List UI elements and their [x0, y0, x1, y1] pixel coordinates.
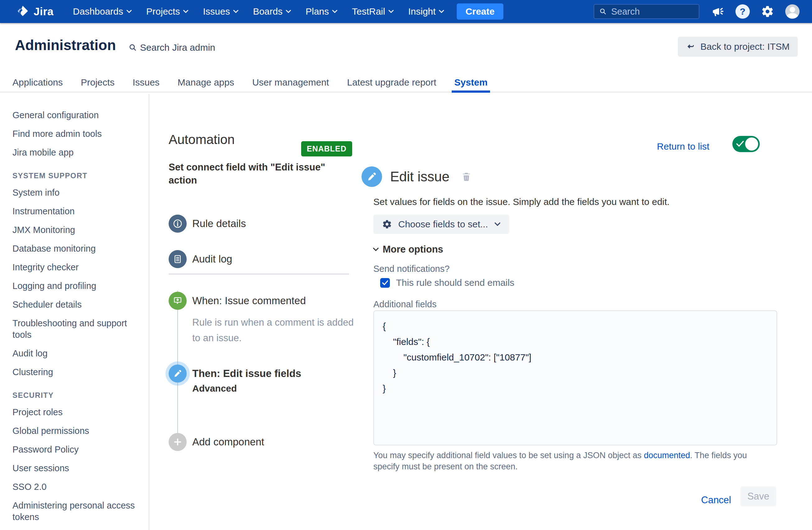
rule-enabled-toggle[interactable] [733, 136, 760, 152]
choose-fields-button[interactable]: Choose fields to set... [373, 215, 509, 234]
chevron-down-icon [183, 10, 189, 13]
chevron-down-icon [373, 247, 379, 252]
sidebar-item-project-roles[interactable]: Project roles [12, 407, 143, 418]
page-title: Administration [15, 37, 116, 54]
checkbox-checked-icon[interactable] [380, 278, 390, 288]
user-avatar[interactable] [785, 4, 800, 19]
automation-main: Automation ENABLED Return to list Set co… [150, 94, 812, 530]
sidebar-section-security: SECURITY [12, 391, 143, 400]
audit-log-item[interactable]: Audit log [169, 250, 232, 268]
sidebar-item-database-monitoring[interactable]: Database monitoring [12, 243, 143, 254]
pencil-icon [362, 166, 382, 187]
create-button[interactable]: Create [457, 3, 503, 19]
tab-projects[interactable]: Projects [80, 75, 115, 91]
then-subtitle: Advanced [192, 383, 237, 394]
chevron-down-icon [332, 10, 337, 13]
chevron-down-icon [233, 10, 238, 13]
tab-manage-apps[interactable]: Manage apps [177, 75, 235, 91]
chevron-down-icon [388, 10, 394, 13]
system-sidebar: General configuration Find more admin to… [0, 94, 149, 530]
sidebar-item-jira-mobile-app[interactable]: Jira mobile app [12, 147, 143, 158]
more-options-toggle[interactable]: More options [373, 244, 443, 255]
chevron-down-icon [494, 222, 501, 226]
jira-logo-icon [16, 4, 29, 19]
documented-link[interactable]: documented [644, 451, 690, 460]
tab-user-management[interactable]: User management [252, 75, 330, 91]
trash-icon[interactable] [461, 171, 472, 182]
plus-icon [169, 433, 187, 451]
info-icon [169, 215, 187, 233]
gear-icon [382, 219, 392, 229]
audit-log-icon [169, 250, 187, 268]
sidebar-item-logging-and-profiling[interactable]: Logging and profiling [12, 280, 143, 292]
save-button[interactable]: Save [740, 486, 776, 506]
tab-applications[interactable]: Applications [12, 75, 63, 91]
rail-divider [169, 274, 349, 274]
automation-title: Automation [169, 132, 235, 147]
sidebar-item-instrumentation[interactable]: Instrumentation [12, 206, 143, 217]
admin-search[interactable]: Search Jira admin [129, 42, 215, 53]
sidebar-item-sso[interactable]: SSO 2.0 [12, 481, 143, 493]
sidebar-item-password-policy[interactable]: Password Policy [12, 444, 143, 455]
search-icon [599, 7, 607, 16]
back-to-project-button[interactable]: Back to project: ITSM [678, 37, 798, 57]
sidebar-section-system-support: SYSTEM SUPPORT [12, 171, 143, 180]
nav-item-testrail[interactable]: TestRail [352, 6, 394, 17]
jira-logo[interactable]: Jira [16, 4, 54, 19]
check-icon [736, 140, 744, 147]
sidebar-item-jmx-monitoring[interactable]: JMX Monitoring [12, 224, 143, 236]
sidebar-item-find-more-admin-tools[interactable]: Find more admin tools [12, 128, 143, 139]
sidebar-item-personal-access-tokens[interactable]: Administering personal access tokens [12, 500, 143, 523]
sidebar-item-audit-log[interactable]: Audit log [12, 348, 143, 359]
search-input[interactable] [611, 6, 694, 17]
nav-item-issues[interactable]: Issues [203, 6, 238, 17]
nav-item-insight[interactable]: Insight [408, 6, 444, 17]
return-to-list-link[interactable]: Return to list [657, 141, 709, 152]
sidebar-item-system-info[interactable]: System info [12, 187, 143, 198]
gear-icon[interactable] [761, 5, 774, 18]
nav-item-dashboards[interactable]: Dashboards [73, 6, 132, 17]
cancel-button[interactable]: Cancel [701, 495, 731, 506]
sidebar-item-user-sessions[interactable]: User sessions [12, 462, 143, 474]
additional-fields-textarea[interactable]: { "fields": { "customfield_10702": ["108… [373, 310, 777, 445]
admin-header: Administration Search Jira admin Back to… [0, 23, 812, 75]
sidebar-item-global-permissions[interactable]: Global permissions [12, 425, 143, 437]
topnav-right: ? [594, 4, 800, 19]
chevron-down-icon [439, 10, 444, 13]
additional-fields-label: Additional fields [373, 299, 436, 309]
tab-system[interactable]: System [454, 75, 488, 91]
admin-tabs: Applications Projects Issues Manage apps… [0, 75, 812, 93]
sidebar-item-clustering[interactable]: Clustering [12, 366, 143, 378]
nav-item-boards[interactable]: Boards [253, 6, 291, 17]
when-description: Rule is run when a comment is added to a… [192, 315, 354, 346]
when-component[interactable]: When: Issue commented [169, 292, 306, 310]
status-badge: ENABLED [301, 141, 352, 157]
primary-nav: Dashboards Projects Issues Boards Plans … [73, 6, 444, 17]
help-icon[interactable]: ? [736, 4, 750, 19]
pencil-icon [169, 365, 187, 383]
editor-title: Edit issue [390, 169, 450, 185]
editor-header: Edit issue [362, 166, 472, 187]
rule-title: Set connect field with "Edit issue" acti… [169, 161, 349, 187]
nav-item-projects[interactable]: Projects [146, 6, 189, 17]
top-navigation-bar: Jira Dashboards Projects Issues Boards P… [0, 0, 812, 23]
rule-details-item[interactable]: Rule details [169, 215, 246, 233]
tab-issues[interactable]: Issues [132, 75, 160, 91]
add-component-item[interactable]: Add component [169, 433, 264, 451]
jira-admin-page: Jira Dashboards Projects Issues Boards P… [0, 0, 812, 530]
sidebar-item-troubleshooting[interactable]: Troubleshooting and support tools [12, 318, 143, 341]
announcements-icon[interactable] [711, 5, 724, 18]
sidebar-item-integrity-checker[interactable]: Integrity checker [12, 262, 143, 273]
editor-footer-note: You may specify additional field values … [373, 450, 768, 472]
chevron-down-icon [286, 10, 291, 13]
tab-latest-upgrade-report[interactable]: Latest upgrade report [346, 75, 437, 91]
send-notifications-label: Send notifications? [373, 264, 450, 274]
editor-description: Set values for fields on the issue. Simp… [373, 196, 669, 207]
sidebar-item-general-configuration[interactable]: General configuration [12, 109, 143, 121]
nav-item-plans[interactable]: Plans [305, 6, 337, 17]
then-component-selected[interactable]: Then: Edit issue fields [169, 365, 301, 383]
search-icon [129, 44, 137, 51]
global-search[interactable] [594, 4, 699, 19]
sidebar-item-scheduler-details[interactable]: Scheduler details [12, 299, 143, 310]
send-emails-checkbox-row[interactable]: This rule should send emails [380, 277, 514, 288]
